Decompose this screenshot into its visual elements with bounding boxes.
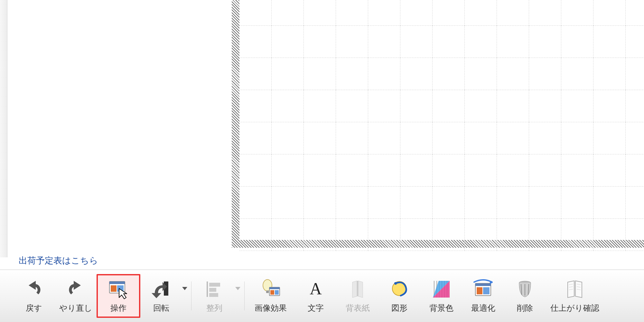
optimize-icon [473, 279, 493, 299]
align-dropdown-caret[interactable] [235, 287, 240, 290]
redo-button[interactable]: やり直し [55, 273, 97, 318]
align-icon [204, 279, 225, 299]
canvas-area [0, 0, 644, 257]
rotate-label: 回転 [153, 303, 169, 313]
undo-icon [23, 279, 44, 299]
bgcolor-icon [431, 279, 452, 299]
rotate-icon [151, 279, 172, 299]
svg-rect-6 [209, 283, 220, 287]
svg-rect-25 [483, 287, 490, 294]
svg-rect-14 [275, 290, 279, 295]
svg-rect-7 [209, 288, 216, 292]
shipping-schedule-link[interactable]: 出荷予定表はこちら [19, 255, 98, 266]
trash-icon [515, 279, 535, 299]
toolbar-separator [244, 281, 245, 310]
text-button[interactable]: A 文字 [295, 273, 337, 318]
spine-icon [347, 279, 368, 299]
left-sidebar [0, 0, 7, 257]
preview-label: 仕上がり確認 [550, 303, 599, 313]
preview-button[interactable]: 仕上がり確認 [546, 273, 604, 318]
svg-rect-5 [207, 281, 208, 297]
toolbar: 戻す やり直し 操作 回転 [0, 270, 644, 322]
rotate-button[interactable]: 回転 [140, 273, 182, 318]
svg-rect-1 [109, 281, 125, 284]
canvas-safe-border-left [232, 0, 239, 248]
svg-rect-12 [269, 287, 280, 289]
preview-icon [565, 279, 585, 299]
undo-label: 戻す [26, 303, 42, 313]
image-effect-icon [260, 279, 281, 299]
shape-button[interactable]: 図形 [378, 273, 420, 318]
image-effect-button[interactable]: 画像効果 [247, 273, 295, 318]
svg-rect-8 [209, 293, 218, 297]
optimize-label: 最適化 [471, 303, 495, 313]
redo-icon [65, 279, 86, 299]
rotate-dropdown-caret[interactable] [182, 287, 187, 290]
align-label: 整列 [206, 303, 222, 313]
operate-button[interactable]: 操作 [97, 274, 140, 318]
canvas-safe-border-bottom [232, 240, 644, 248]
svg-text:A: A [310, 280, 322, 298]
operate-label: 操作 [110, 303, 126, 313]
shape-icon [389, 279, 410, 299]
spine-button[interactable]: 背表紙 [337, 273, 378, 318]
operate-icon [108, 279, 129, 299]
delete-button[interactable]: 削除 [504, 273, 546, 318]
svg-rect-2 [111, 285, 117, 292]
optimize-button[interactable]: 最適化 [462, 273, 504, 318]
spine-label: 背表紙 [346, 303, 370, 313]
toolbar-separator [191, 281, 191, 310]
shape-label: 図形 [391, 303, 407, 313]
text-label: 文字 [308, 303, 324, 313]
delete-label: 削除 [517, 303, 533, 313]
svg-rect-27 [574, 281, 575, 296]
redo-label: やり直し [59, 303, 92, 313]
text-icon: A [305, 279, 326, 299]
svg-rect-23 [475, 283, 491, 286]
svg-point-18 [394, 282, 397, 285]
svg-rect-24 [477, 287, 482, 294]
svg-rect-13 [270, 290, 274, 295]
svg-rect-10 [266, 290, 269, 293]
canvas-grid[interactable] [239, 0, 644, 240]
image-effect-label: 画像効果 [255, 303, 287, 313]
svg-rect-16 [357, 281, 358, 296]
bgcolor-label: 背景色 [429, 303, 453, 313]
bgcolor-button[interactable]: 背景色 [420, 273, 462, 318]
undo-button[interactable]: 戻す [13, 273, 55, 318]
align-button[interactable]: 整列 [193, 273, 235, 318]
